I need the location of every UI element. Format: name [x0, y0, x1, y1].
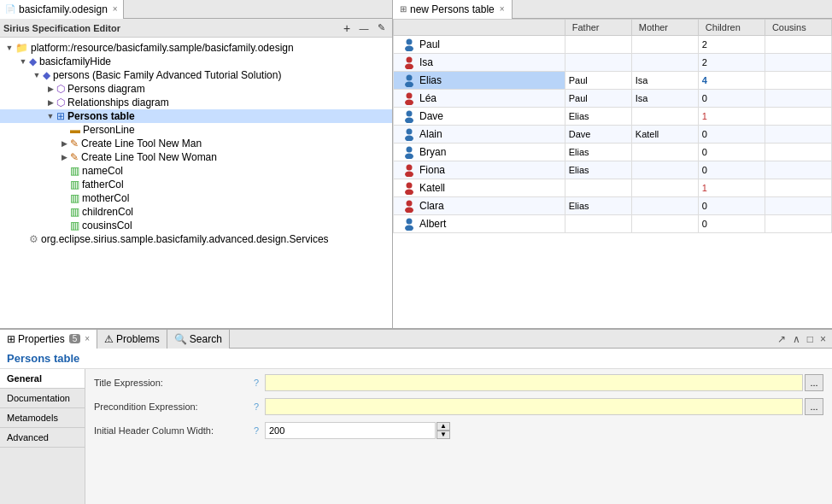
tool-icon: ✎ — [70, 138, 79, 149]
precondition-input[interactable] — [265, 398, 803, 415]
tree-item-persons[interactable]: ▼◆persons (Basic Family Advanced Tutoria… — [0, 68, 392, 82]
father-cell: Paul — [565, 90, 631, 108]
tree-item-platform[interactable]: ▼📁platform:/resource/basicfamily.sample/… — [0, 41, 392, 55]
left-tab[interactable]: 📄 basicfamily.odesign × — [0, 0, 124, 19]
table-row[interactable]: Katell1 — [394, 179, 832, 197]
expand-arrow-platform[interactable]: ▼ — [3, 44, 15, 52]
table-row[interactable]: Paul2 — [394, 36, 832, 54]
svg-point-9 — [405, 118, 413, 124]
tree-item-basicfamilyHide[interactable]: ▼◆basicfamilyHide — [0, 55, 392, 68]
tree-label-nameCol: nameCol — [82, 165, 123, 177]
tab-search[interactable]: 🔍 Search — [167, 330, 230, 349]
editor-label: Sirius Specification Editor — [3, 23, 120, 33]
table-icon: ⊞ — [56, 110, 65, 122]
tree-item-services[interactable]: ▶⚙org.eclipse.sirius.sample.basicfamily.… — [0, 232, 392, 246]
tree-label-fatherCol: fatherCol — [82, 179, 124, 190]
section-title-text: Persons table — [7, 352, 79, 365]
cousins-cell — [765, 108, 831, 126]
female-avatar-icon — [402, 91, 416, 105]
right-tab[interactable]: ⊞ new Persons table × — [393, 0, 513, 19]
toolbar-add-btn[interactable]: + — [339, 21, 354, 36]
properties-content: Title Expression: ? ... Precondition Exp… — [85, 369, 832, 504]
svg-point-12 — [407, 147, 413, 153]
title-expression-help[interactable]: ? — [248, 378, 265, 388]
toolbar-remove-btn[interactable]: — — [356, 21, 372, 36]
svg-point-17 — [405, 190, 413, 196]
children-cell: 2 — [698, 54, 765, 72]
table-row[interactable]: Isa2 — [394, 54, 832, 72]
sidebar-metamodels-btn[interactable]: Metamodels — [0, 408, 85, 428]
father-cell: Paul — [565, 72, 631, 90]
tree-item-motherCol[interactable]: ▶▥motherCol — [0, 191, 392, 205]
sidebar-documentation-btn[interactable]: Documentation — [0, 389, 85, 408]
tree-item-relationships[interactable]: ▶⬡Relationships diagram — [0, 96, 392, 109]
sidebar-general-btn[interactable]: General — [0, 369, 85, 389]
mother-cell: Isa — [631, 90, 698, 108]
cousins-cell — [765, 179, 831, 197]
spin-up-btn[interactable]: ▲ — [437, 422, 450, 431]
tree-item-personsDiagram[interactable]: ▶⬡Persons diagram — [0, 82, 392, 96]
table-row[interactable]: BryanElias0 — [394, 144, 832, 161]
precondition-help[interactable]: ? — [248, 401, 265, 412]
cousins-cell — [765, 90, 831, 108]
tree-item-fatherCol[interactable]: ▶▥fatherCol — [0, 178, 392, 191]
table-row[interactable]: EliasPaulIsa4 — [394, 72, 832, 90]
tree-label-createLineWoman: Create Line Tool New Woman — [81, 151, 217, 163]
bottom-area: ⊞ Properties 5 × ⚠ Problems 🔍 Search ↗ ∧… — [0, 329, 832, 504]
table-row[interactable]: LéaPaulIsa0 — [394, 90, 832, 108]
maximize-btn[interactable]: ↗ — [775, 332, 788, 346]
spin-down-btn[interactable]: ▼ — [437, 431, 450, 439]
th-name — [394, 20, 565, 36]
right-tab-close[interactable]: × — [500, 4, 505, 14]
female-avatar-icon — [402, 163, 416, 177]
tree-label-persons: persons (Basic Family Advanced Tutorial … — [53, 69, 281, 81]
tree-item-createLineMan[interactable]: ▶✎Create Line Tool New Man — [0, 137, 392, 150]
col-icon: ▥ — [70, 206, 79, 218]
title-expression-input[interactable] — [265, 374, 803, 391]
table-row[interactable]: FionaElias0 — [394, 161, 832, 179]
tab-search-label: Search — [190, 333, 222, 345]
sidebar-advanced-btn[interactable]: Advanced — [0, 428, 85, 448]
tab-properties-close[interactable]: × — [85, 334, 90, 343]
initial-width-help[interactable]: ? — [248, 425, 265, 436]
tree-item-personsTable[interactable]: ▼⊞Persons table — [0, 109, 392, 123]
tree-item-createLineWoman[interactable]: ▶✎Create Line Tool New Woman — [0, 150, 392, 164]
table-row[interactable]: AlainDaveKatell0 — [394, 126, 832, 144]
expand-arrow-createLineWoman[interactable]: ▶ — [58, 153, 70, 161]
table-row[interactable]: DaveElias1 — [394, 108, 832, 126]
tab-properties[interactable]: ⊞ Properties 5 × — [0, 330, 97, 349]
expand-arrow-personsTable[interactable]: ▼ — [44, 112, 56, 120]
cousins-cell — [765, 215, 831, 233]
expand-arrow-personsDiagram[interactable]: ▶ — [44, 85, 56, 93]
expand-arrow-services: ▶ — [17, 235, 29, 243]
close-btn[interactable]: × — [817, 332, 829, 346]
expand-arrow-relationships[interactable]: ▶ — [44, 98, 56, 107]
tab-problems[interactable]: ⚠ Problems — [97, 330, 167, 349]
expand-arrow-createLineMan[interactable]: ▶ — [58, 139, 70, 148]
expand-arrow-persons[interactable]: ▼ — [31, 71, 43, 79]
precondition-btn[interactable]: ... — [805, 398, 823, 415]
tree-item-personLine[interactable]: ▶▬PersonLine — [0, 123, 392, 137]
expand-arrow-basicfamilyHide[interactable]: ▼ — [17, 57, 29, 66]
title-expression-btn[interactable]: ... — [805, 374, 823, 391]
tree-item-childrenCol[interactable]: ▶▥childrenCol — [0, 205, 392, 219]
male-avatar-icon — [402, 73, 416, 87]
tree-label-cousinsCol: cousinsCol — [82, 220, 132, 231]
person-name: Alain — [419, 128, 442, 140]
tree-item-nameCol[interactable]: ▶▥nameCol — [0, 164, 392, 178]
tree-label-services: org.eclipse.sirius.sample.basicfamily.ad… — [41, 233, 329, 245]
initial-width-input[interactable] — [265, 422, 436, 439]
table-row[interactable]: Albert0 — [394, 215, 832, 233]
tree-item-cousinsCol[interactable]: ▶▥cousinsCol — [0, 219, 392, 232]
female-avatar-icon — [402, 56, 416, 69]
properties-icon: ⊞ — [7, 333, 15, 345]
restore-btn[interactable]: □ — [805, 332, 816, 346]
svg-point-20 — [407, 219, 413, 225]
table-row[interactable]: ClaraElias0 — [394, 197, 832, 215]
minimize-btn[interactable]: ∧ — [790, 332, 803, 346]
children-cell: 2 — [698, 36, 765, 54]
tree-container: ▼📁platform:/resource/basicfamily.sample/… — [0, 38, 392, 328]
title-expression-row: Title Expression: ? ... — [94, 374, 823, 391]
toolbar-edit-btn[interactable]: ✎ — [373, 21, 389, 36]
left-tab-close[interactable]: × — [113, 4, 118, 14]
